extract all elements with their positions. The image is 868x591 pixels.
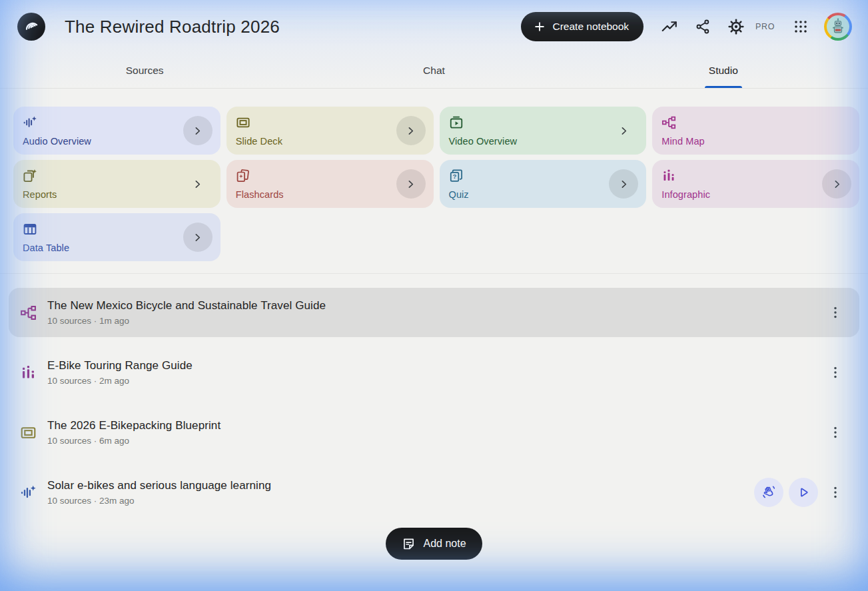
artifact-row-mind-map[interactable]: The New Mexico Bicycle and Sustainable T… — [9, 288, 859, 337]
create-notebook-label: Create notebook — [553, 21, 630, 33]
studio-card-label: Infographic — [661, 189, 850, 200]
share-icon — [695, 19, 711, 35]
infographic-icon — [20, 364, 37, 381]
chevron-right-icon[interactable] — [183, 223, 213, 252]
chevron-right-icon[interactable] — [183, 116, 213, 145]
studio-card-label: Flashcards — [236, 189, 424, 200]
artifact-meta: 10 sources · 6m ago — [47, 436, 823, 446]
tab-studio[interactable]: Studio — [579, 53, 868, 88]
artifact-title: The New Mexico Bicycle and Sustainable T… — [47, 299, 823, 312]
create-notebook-button[interactable]: Create notebook — [521, 12, 644, 41]
video-overview-icon — [449, 115, 464, 130]
tab-sources[interactable]: Sources — [0, 53, 289, 88]
chevron-right-icon[interactable] — [396, 116, 426, 145]
studio-card-infographic[interactable]: Infographic — [652, 160, 859, 208]
flashcards-icon — [236, 169, 250, 183]
artifact-title: The 2026 E-Bikepacking Blueprint — [47, 419, 823, 432]
gear-icon — [727, 18, 745, 35]
svg-text:?: ? — [452, 173, 456, 180]
settings-button[interactable] — [722, 13, 750, 41]
studio-card-data-table[interactable]: Data Table — [13, 213, 220, 261]
studio-card-label: Mind Map — [661, 136, 850, 147]
pro-badge: PRO — [755, 22, 775, 31]
studio-card-label: Video Overview — [449, 136, 638, 147]
chevron-right-icon[interactable] — [609, 169, 638, 199]
studio-card-label: Quiz — [449, 189, 638, 200]
notebooklm-logo-icon[interactable] — [17, 13, 45, 41]
studio-card-label: Reports — [23, 189, 211, 200]
studio-card-label: Audio Overview — [23, 136, 211, 147]
artifact-row-slide-deck[interactable]: The 2026 E-Bikepacking Blueprint 10 sour… — [9, 408, 859, 457]
kebab-menu-icon — [828, 365, 843, 380]
chevron-right-icon[interactable] — [396, 169, 426, 199]
header-actions: Create notebook — [521, 12, 853, 41]
studio-card-label: Slide Deck — [236, 136, 424, 147]
note-icon — [402, 537, 416, 551]
studio-card-video-overview[interactable]: Video Overview — [440, 107, 647, 155]
mind-map-icon — [661, 115, 676, 130]
artifact-meta: 10 sources · 2m ago — [47, 376, 823, 386]
quiz-icon: ? — [449, 169, 464, 183]
add-note-label: Add note — [423, 538, 466, 550]
audio-waveform-sparkle-icon — [23, 115, 37, 130]
main-tabs: Sources Chat Studio — [0, 53, 868, 89]
data-table-icon — [23, 222, 37, 237]
tab-chat[interactable]: Chat — [289, 53, 578, 88]
artifact-row-audio-overview[interactable]: Solar e-bikes and serious language learn… — [9, 468, 859, 517]
studio-card-audio-overview[interactable]: Audio Overview — [13, 107, 220, 155]
waving-hand-icon — [761, 485, 776, 500]
studio-card-grid: Audio Overview Slide Deck Video Overview — [0, 89, 868, 261]
artifact-meta: 10 sources · 1m ago — [47, 316, 823, 326]
slide-deck-icon — [236, 115, 250, 130]
artifact-title: Solar e-bikes and serious language learn… — [47, 479, 754, 492]
more-options-button[interactable] — [823, 359, 847, 386]
studio-card-flashcards[interactable]: Flashcards — [226, 160, 434, 208]
google-apps-button[interactable] — [787, 13, 815, 41]
interactive-mode-button[interactable] — [754, 478, 783, 507]
artifact-meta: 10 sources · 23m ago — [47, 496, 754, 506]
studio-card-quiz[interactable]: ? Quiz — [440, 160, 647, 208]
chevron-right-icon[interactable] — [609, 116, 638, 145]
more-options-button[interactable] — [823, 479, 847, 506]
artifact-list: The New Mexico Bicycle and Sustainable T… — [0, 274, 868, 517]
studio-card-reports[interactable]: Reports — [13, 160, 220, 208]
account-avatar[interactable] — [824, 13, 852, 41]
more-options-button[interactable] — [823, 299, 847, 326]
play-button[interactable] — [789, 478, 818, 507]
add-note-button[interactable]: Add note — [386, 528, 482, 560]
reports-icon — [23, 169, 37, 183]
avatar-robot-image — [827, 15, 849, 38]
artifact-title: E-Bike Touring Range Guide — [47, 359, 823, 372]
studio-card-label: Data Table — [23, 243, 211, 253]
studio-card-mind-map[interactable]: Mind Map — [652, 107, 859, 155]
studio-card-slide-deck[interactable]: Slide Deck — [226, 107, 434, 155]
infographic-icon — [661, 169, 676, 183]
kebab-menu-icon — [828, 485, 843, 500]
chevron-right-icon[interactable] — [822, 169, 851, 199]
kebab-menu-icon — [828, 305, 843, 320]
mind-map-icon — [20, 304, 37, 321]
chevron-right-icon[interactable] — [183, 169, 213, 199]
slide-deck-icon — [20, 424, 37, 441]
trending-up-icon — [661, 18, 678, 35]
notebook-title[interactable]: The Rewired Roadtrip 2026 — [65, 17, 521, 37]
more-options-button[interactable] — [823, 419, 847, 446]
audio-waveform-sparkle-icon — [20, 484, 37, 501]
kebab-menu-icon — [828, 425, 843, 440]
apps-grid-icon — [793, 19, 809, 35]
play-icon — [796, 485, 811, 500]
plus-icon — [533, 20, 546, 33]
analytics-button[interactable] — [655, 13, 683, 41]
artifact-row-infographic[interactable]: E-Bike Touring Range Guide 10 sources · … — [9, 348, 859, 397]
app-header: The Rewired Roadtrip 2026 Create noteboo… — [0, 0, 868, 53]
share-button[interactable] — [689, 13, 717, 41]
